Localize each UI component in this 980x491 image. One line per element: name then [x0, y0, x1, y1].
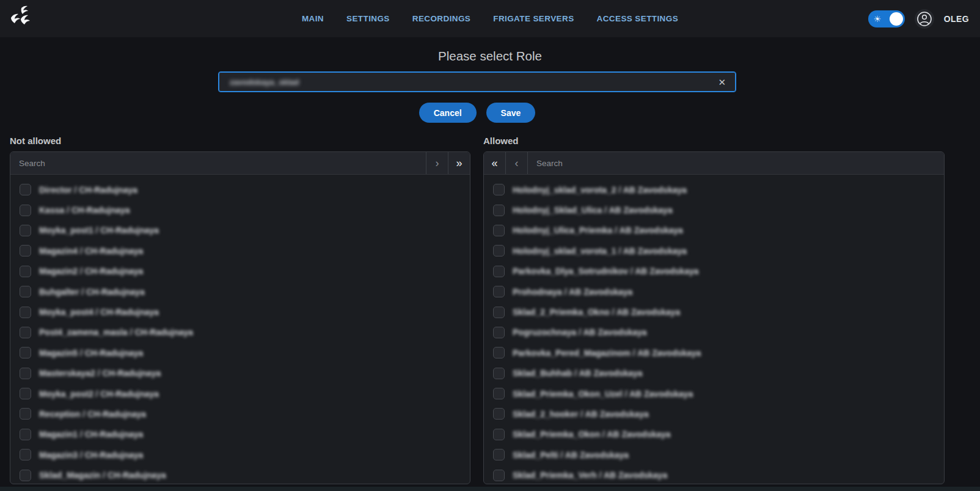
checkbox[interactable] — [20, 327, 31, 338]
checkbox[interactable] — [20, 408, 31, 420]
checkbox[interactable] — [493, 307, 505, 318]
nav-main[interactable]: MAIN — [302, 14, 324, 23]
checkbox[interactable] — [493, 225, 505, 236]
list-item[interactable]: Parkovka_Dlya_Sotrudnikov / AB Zavodskay… — [484, 261, 944, 282]
list-item[interactable]: Holodnyj_sklad_vorota_1 / AB Zavodskaya — [484, 241, 944, 261]
allowed-search-row: « ‹ — [484, 152, 944, 175]
checkbox[interactable] — [20, 388, 31, 399]
clear-input-icon[interactable]: ✕ — [715, 76, 728, 88]
camera-label: Moyka_post1 / CH-Radujnaya — [39, 225, 159, 235]
list-item[interactable]: Moyka_post2 / CH-Radujnaya — [10, 384, 470, 404]
camera-label: Pogruzochnaya / AB Zavodskaya — [513, 327, 647, 337]
save-button[interactable]: Save — [486, 103, 536, 123]
list-item[interactable]: Buhgalter / CH-Radujnaya — [10, 282, 470, 302]
allowed-search-input[interactable] — [528, 152, 944, 174]
nav-access-settings[interactable]: ACCESS SETTINGS — [597, 14, 679, 23]
checkbox[interactable] — [493, 245, 505, 256]
list-item[interactable]: Director / CH-Radujnaya — [10, 180, 470, 200]
camera-label: Director / CH-Radujnaya — [39, 185, 137, 195]
list-item[interactable]: Magazin4 / CH-Radujnaya — [10, 241, 470, 261]
camera-label: Reception / CH-Radujnaya — [39, 409, 146, 419]
list-item[interactable]: Post4_zamena_masla / CH-Radujnaya — [10, 322, 470, 343]
list-item[interactable]: Masterskaya2 / CH-Radujnaya — [10, 363, 470, 384]
checkbox[interactable] — [493, 184, 505, 195]
nav-recordings[interactable]: RECORDINGS — [412, 14, 471, 23]
move-all-right-icon[interactable]: » — [448, 152, 470, 174]
move-selected-left-icon[interactable]: ‹ — [506, 152, 528, 174]
camera-label: Holodnyj_sklad_vorota_2 / AB Zavodskaya — [513, 185, 687, 195]
checkbox[interactable] — [20, 470, 31, 481]
list-item[interactable]: Magazin2 / CH-Radujnaya — [10, 261, 470, 282]
checkbox[interactable] — [493, 286, 505, 297]
checkbox[interactable] — [493, 327, 505, 338]
camera-label: Magazin5 / CH-Radujnaya — [39, 348, 143, 358]
list-item[interactable]: Sklad_2_hooker / AB Zavodskaya — [484, 404, 944, 424]
nav-settings[interactable]: SETTINGS — [346, 14, 390, 23]
role-input-value: zavodskaya_sklad — [230, 78, 299, 87]
list-item[interactable]: Sklad_2_Priemka_Okno / AB Zavodskaya — [484, 302, 944, 322]
allowed-title: Allowed — [483, 136, 945, 146]
checkbox[interactable] — [493, 408, 505, 420]
list-item[interactable]: Kassa / CH-Radujnaya — [10, 200, 470, 220]
checkbox[interactable] — [20, 307, 31, 318]
camera-label: Holodnyj_Sklad_Ulica / AB Zavodskaya — [513, 205, 673, 215]
list-item[interactable]: Sklad_Priemka_Okon_Uzel / AB Zavodskaya — [484, 384, 944, 404]
move-all-left-icon[interactable]: « — [484, 152, 506, 174]
list-item[interactable]: Sklad_Magazin / CH-Radujnaya — [10, 465, 470, 484]
list-item[interactable]: Sklad_Priemka_Verh / AB Zavodskaya — [484, 465, 944, 484]
list-item[interactable]: Reception / CH-Radujnaya — [10, 404, 470, 424]
camera-label: Sklad_2_hooker / AB Zavodskaya — [513, 409, 649, 419]
theme-toggle[interactable]: ☀ — [868, 10, 905, 27]
checkbox[interactable] — [493, 449, 505, 460]
camera-label: Sklad_Priemka_Okon_Uzel / AB Zavodskaya — [513, 389, 693, 399]
move-selected-right-icon[interactable]: › — [426, 152, 448, 174]
bottom-scrollbar-track[interactable] — [0, 487, 980, 491]
checkbox[interactable] — [20, 286, 31, 297]
camera-label: Prohodnaya / AB Zavodskaya — [513, 287, 632, 297]
list-item[interactable]: Holodnyj_Ulica_Priemka / AB Zavodskaya — [484, 220, 944, 241]
list-item[interactable]: Moyka_post4 / CH-Radujnaya — [10, 302, 470, 322]
list-item[interactable]: Parkovka_Pered_Magazinom / AB Zavodskaya — [484, 343, 944, 363]
username-label[interactable]: OLEG — [944, 14, 969, 24]
camera-label: Kassa / CH-Radujnaya — [39, 205, 130, 215]
checkbox[interactable] — [20, 266, 31, 277]
cancel-button[interactable]: Cancel — [419, 103, 477, 123]
checkbox[interactable] — [20, 225, 31, 236]
checkbox[interactable] — [493, 470, 505, 481]
checkbox[interactable] — [20, 245, 31, 256]
list-item[interactable]: Magazin1 / CH-Radujnaya — [10, 424, 470, 445]
not-allowed-title: Not allowed — [10, 136, 470, 146]
list-item[interactable]: Sklad_Buhhab / AB Zavodskaya — [484, 363, 944, 384]
list-item[interactable]: Pogruzochnaya / AB Zavodskaya — [484, 322, 944, 343]
camera-label: Parkovka_Dlya_Sotrudnikov / AB Zavodskay… — [513, 266, 699, 276]
list-item[interactable]: Holodnyj_Sklad_Ulica / AB Zavodskaya — [484, 200, 944, 220]
checkbox[interactable] — [493, 429, 505, 440]
checkbox[interactable] — [493, 205, 505, 216]
checkbox[interactable] — [493, 266, 505, 277]
list-item[interactable]: Sklad_Pelti / AB Zavodskaya — [484, 445, 944, 465]
list-item[interactable]: Magazin3 / CH-Radujnaya — [10, 445, 470, 465]
list-item[interactable]: Prohodnaya / AB Zavodskaya — [484, 282, 944, 302]
checkbox[interactable] — [493, 368, 505, 379]
not-allowed-list: Director / CH-Radujnaya Kassa / CH-Raduj… — [10, 175, 470, 484]
allowed-panel: « ‹ Holodnyj_sklad_vorota_2 / AB Zavodsk… — [483, 151, 945, 484]
checkbox[interactable] — [20, 449, 31, 460]
checkbox[interactable] — [493, 347, 505, 358]
list-item[interactable]: Holodnyj_sklad_vorota_2 / AB Zavodskaya — [484, 180, 944, 200]
checkbox[interactable] — [20, 184, 31, 195]
user-avatar-icon[interactable] — [915, 9, 934, 29]
not-allowed-search-input[interactable] — [10, 152, 426, 174]
camera-label: Sklad_Buhhab / AB Zavodskaya — [513, 368, 643, 378]
list-item[interactable]: Sklad_Priemka_Okon / AB Zavodskaya — [484, 424, 944, 445]
checkbox[interactable] — [20, 429, 31, 440]
nav-frigate-servers[interactable]: FRIGATE SERVERS — [493, 14, 574, 23]
list-item[interactable]: Magazin5 / CH-Radujnaya — [10, 343, 470, 363]
camera-label: Holodnyj_sklad_vorota_1 / AB Zavodskaya — [513, 246, 687, 256]
checkbox[interactable] — [20, 347, 31, 358]
checkbox[interactable] — [493, 388, 505, 399]
role-input[interactable]: zavodskaya_sklad ✕ — [218, 71, 736, 92]
app-logo-birds-icon[interactable] — [7, 5, 34, 33]
checkbox[interactable] — [20, 368, 31, 379]
checkbox[interactable] — [20, 205, 31, 216]
list-item[interactable]: Moyka_post1 / CH-Radujnaya — [10, 220, 470, 241]
